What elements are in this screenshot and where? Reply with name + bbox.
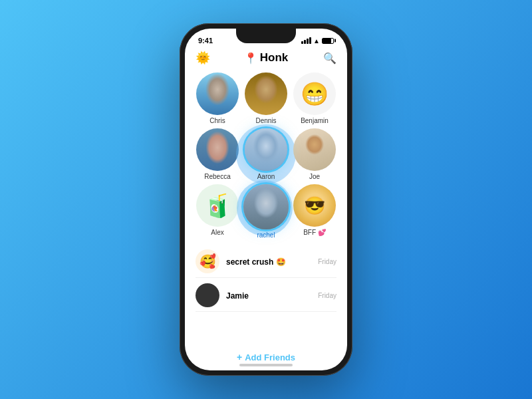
benjamin-emoji: 😁: [301, 82, 329, 105]
contacts-grid: Chris Dennis 😁 Benjamin Rebecca: [185, 70, 347, 243]
secret-crush-time: Friday: [318, 258, 336, 265]
contact-aaron[interactable]: Aaron: [243, 128, 289, 180]
contact-name-alex: Alex: [211, 229, 223, 236]
secret-crush-emoji: 🥰: [200, 253, 216, 269]
plus-icon: +: [237, 352, 242, 362]
phone-screen: 9:41 ▲ 🌞 📍 Honk 🔍: [185, 29, 347, 370]
avatar-chris: [196, 72, 239, 115]
message-secret-crush[interactable]: 🥰 secret crush 🤩 Friday: [196, 245, 336, 278]
contact-name-chris: Chris: [209, 117, 225, 124]
contact-rebecca[interactable]: Rebecca: [196, 128, 239, 180]
messages-section: 🥰 secret crush 🤩 Friday Jamie Friday: [185, 243, 347, 346]
phone-frame: 9:41 ▲ 🌞 📍 Honk 🔍: [180, 23, 352, 376]
avatar-bff: 😎: [293, 184, 336, 227]
contact-name-rebecca: Rebecca: [204, 173, 230, 180]
header-title: 📍 Honk: [244, 51, 289, 65]
contact-name-bff: BFF 💕: [303, 229, 326, 236]
avatar-aaron: [245, 128, 287, 171]
secret-crush-content: secret crush 🤩: [226, 255, 311, 267]
jamie-avatar: [196, 283, 219, 307]
jamie-content: Jamie: [226, 289, 311, 301]
add-friends-label: Add Friends: [245, 352, 295, 362]
contact-chris[interactable]: Chris: [196, 72, 239, 124]
jamie-name: Jamie: [226, 291, 249, 301]
secret-crush-name: secret crush 🤩: [226, 257, 286, 267]
contact-dennis[interactable]: Dennis: [243, 72, 289, 124]
header-sun-icon[interactable]: 🌞: [196, 51, 210, 65]
secret-crush-avatar: 🥰: [196, 249, 219, 273]
jamie-time: Friday: [318, 292, 336, 299]
phone-notch: [236, 29, 296, 43]
status-icons: ▲: [301, 37, 334, 45]
status-time: 9:41: [198, 37, 213, 45]
search-icon[interactable]: 🔍: [323, 52, 336, 65]
avatar-alex: 🧃: [196, 184, 239, 227]
contact-rachel[interactable]: rachel: [243, 184, 289, 239]
rachel-container: rachel: [243, 184, 289, 239]
app-header: 🌞 📍 Honk 🔍: [185, 49, 347, 70]
contact-bff[interactable]: 😎 BFF 💕: [293, 184, 336, 239]
contact-benjamin[interactable]: 😁 Benjamin: [293, 72, 336, 124]
battery-icon: [322, 38, 334, 44]
avatar-dennis: [245, 72, 287, 115]
add-friends-button[interactable]: + Add Friends: [185, 346, 347, 370]
app-name: Honk: [260, 51, 289, 65]
alex-emoji: 🧃: [203, 194, 231, 217]
header-location-icon: 📍: [244, 52, 257, 65]
avatar-joe: [293, 128, 336, 171]
avatar-rebecca: [196, 128, 239, 171]
contact-name-dennis: Dennis: [255, 117, 276, 124]
wifi-icon: ▲: [313, 37, 320, 45]
contact-name-rachel: rachel: [257, 231, 275, 239]
avatar-benjamin: 😁: [293, 72, 336, 115]
avatar-rachel: [243, 184, 289, 229]
contact-alex[interactable]: 🧃 Alex: [196, 184, 239, 239]
contact-name-joe: Joe: [309, 173, 320, 180]
home-indicator: [239, 364, 293, 366]
signal-icon: [301, 37, 311, 44]
contact-name-aaron: Aaron: [257, 173, 275, 180]
contact-joe[interactable]: Joe: [293, 128, 336, 180]
message-jamie[interactable]: Jamie Friday: [196, 279, 336, 312]
contact-name-benjamin: Benjamin: [301, 117, 329, 124]
